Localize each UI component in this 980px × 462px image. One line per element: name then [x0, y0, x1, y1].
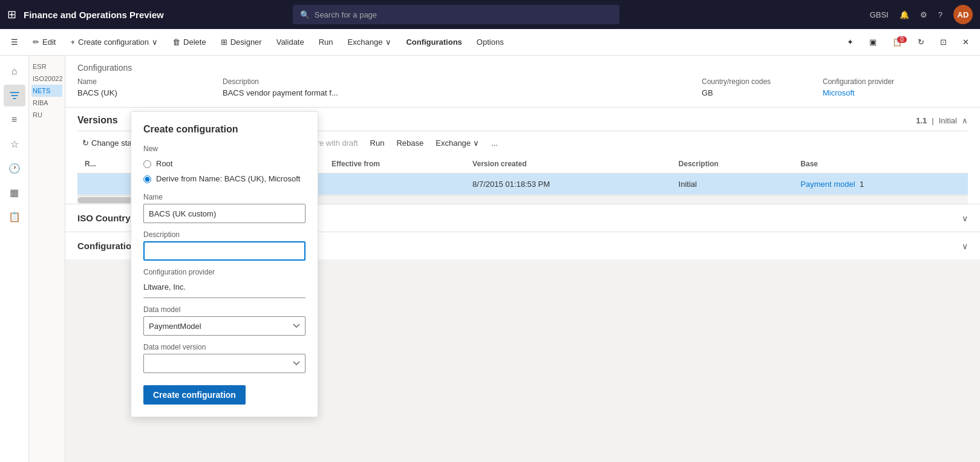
sidebar-item-filter[interactable] [4, 85, 25, 106]
config-provider-field-input[interactable] [143, 279, 305, 298]
base-link[interactable]: Payment model [800, 180, 855, 189]
create-config-submit-button[interactable]: Create configuration [143, 385, 246, 405]
provider-field-group-label: Configuration provider [823, 77, 956, 86]
search-bar[interactable]: 🔍 Search for a page [293, 5, 619, 24]
org-label: GBSI [870, 10, 889, 19]
versions-exchange-label: Exchange [436, 138, 471, 148]
config-provider-field-label: Configuration provider [143, 268, 305, 276]
config-item-esr[interactable]: ESR [31, 60, 62, 73]
trash-icon: 🗑 [172, 37, 180, 47]
cell-created: 8/7/2015 01:18:53 PM [465, 174, 671, 195]
rebase-label: Rebase [396, 138, 423, 148]
version-status-badge: Initial [939, 116, 957, 125]
versions-more-button[interactable]: ... [486, 136, 503, 150]
root-radio[interactable] [143, 160, 151, 168]
components-chevron-icon: ∨ [962, 241, 968, 251]
config-list-narrow: ESR ISO20022 NETS RIBA RU [29, 56, 65, 462]
validate-button[interactable]: Validate [270, 35, 310, 49]
cell-description: Initial [671, 174, 794, 195]
desc-field-group-value: BACS vendor payment format f... [223, 88, 690, 97]
description-field-input[interactable] [143, 241, 305, 261]
name-field-group-value: BACS (UK) [77, 88, 211, 97]
country-field-group-label: Country/region codes [702, 77, 811, 86]
restore-button[interactable]: ⊡ [934, 35, 953, 49]
config-item-ru[interactable]: RU [31, 109, 62, 121]
versions-exchange-button[interactable]: Exchange ∨ [431, 136, 484, 150]
country-field-group-value: GB [702, 88, 811, 97]
configurations-button[interactable]: Configurations [400, 35, 468, 49]
badge-button[interactable]: 📋 0 [886, 35, 908, 49]
options-button[interactable]: Options [471, 35, 510, 49]
avatar[interactable]: AD [953, 5, 973, 24]
designer-button[interactable]: ⊞ Designer [215, 35, 268, 49]
sidebar-item-home[interactable]: ⌂ [4, 60, 25, 82]
version-separator: | [932, 116, 933, 125]
close-button[interactable]: ✕ [956, 35, 975, 49]
versions-collapse-icon[interactable]: ∧ [962, 116, 968, 125]
versions-run-label: Run [370, 138, 385, 148]
run-button[interactable]: Run [313, 35, 339, 49]
delete-label: Delete [183, 37, 206, 47]
chevron-down-icon: ∨ [152, 37, 158, 47]
cell-r [77, 174, 136, 195]
exchange-chevron-icon2: ∨ [473, 138, 479, 148]
col-base: Base [793, 155, 968, 174]
data-model-field-label: Data model [143, 305, 305, 314]
sidebar: ⌂ ≡ ☆ 🕐 ▦ 📋 [0, 56, 29, 462]
expand-icon-button[interactable]: ✦ [841, 35, 860, 49]
search-placeholder: Search for a page [315, 10, 377, 19]
exchange-button[interactable]: Exchange ∨ [342, 35, 398, 49]
versions-run-button[interactable]: Run [365, 136, 390, 150]
sidebar-item-notes[interactable]: 📋 [4, 206, 25, 227]
rebase-button[interactable]: Rebase [391, 136, 428, 150]
sidebar-item-history[interactable]: 🕐 [4, 157, 25, 179]
config-item-riba[interactable]: RIBA [31, 97, 62, 109]
app-title: Finance and Operations Preview [24, 10, 164, 20]
refresh-button[interactable]: ↻ [912, 35, 930, 49]
panel-title: Create configuration [143, 124, 305, 135]
name-field-input[interactable] [143, 204, 305, 223]
iso-chevron-icon: ∨ [962, 213, 968, 223]
create-config-panel: Create configuration New Root Derive fro… [131, 111, 318, 417]
panel-toggle-button[interactable]: ▣ [863, 35, 883, 49]
search-icon: 🔍 [300, 10, 310, 19]
data-model-select[interactable]: PaymentModel [143, 316, 305, 336]
more-dots-label: ... [491, 138, 498, 148]
derive-radio-item[interactable]: Derive from Name: BACS (UK), Microsoft [143, 174, 305, 183]
bell-icon[interactable]: 🔔 [900, 10, 909, 19]
data-model-version-select[interactable] [143, 354, 305, 373]
derive-radio-label: Derive from Name: BACS (UK), Microsoft [156, 174, 300, 183]
col-created: Version created [465, 155, 671, 174]
sidebar-item-star[interactable]: ☆ [4, 133, 25, 155]
derive-radio[interactable] [143, 175, 151, 183]
exchange-label: Exchange [348, 37, 383, 47]
edit-button[interactable]: ✏ Edit [27, 35, 62, 49]
gear-icon[interactable]: ⚙ [920, 10, 927, 19]
config-item-nets[interactable]: NETS [31, 85, 62, 97]
main-layout: ⌂ ≡ ☆ 🕐 ▦ 📋 ESR ISO20022 NETS RIBA RU Cr… [0, 56, 980, 462]
hamburger-menu-button[interactable]: ☰ [5, 35, 24, 49]
designer-icon: ⊞ [221, 37, 227, 47]
hamburger-icon: ☰ [11, 37, 18, 47]
sidebar-item-list[interactable]: ≡ [4, 109, 25, 131]
provider-field-group-value[interactable]: Microsoft [823, 88, 956, 97]
name-field-group-label: Name [77, 77, 211, 86]
edit-pencil-icon: ✏ [33, 37, 39, 47]
sidebar-item-dashboard[interactable]: ▦ [4, 181, 25, 203]
exchange-chevron-icon: ∨ [385, 37, 391, 47]
root-radio-item[interactable]: Root [143, 159, 305, 168]
help-icon[interactable]: ? [938, 10, 942, 19]
top-nav-right: GBSI 🔔 ⚙ ? AD [870, 5, 973, 24]
data-model-version-field-label: Data model version [143, 343, 305, 351]
radio-group: Root Derive from Name: BACS (UK), Micros… [143, 159, 305, 183]
cell-effective [324, 174, 465, 195]
description-field-label: Description [143, 230, 305, 239]
root-radio-label: Root [156, 159, 172, 168]
delete-button[interactable]: 🗑 Delete [166, 35, 212, 49]
provider-field-group: Configuration provider Microsoft [823, 77, 968, 97]
create-config-button[interactable]: + Create configuration ∨ [64, 35, 164, 49]
config-item-iso[interactable]: ISO20022 [31, 73, 62, 85]
validate-label: Validate [276, 37, 304, 47]
cell-base: Payment model 1 [793, 174, 968, 195]
grid-icon[interactable]: ⊞ [7, 8, 16, 21]
